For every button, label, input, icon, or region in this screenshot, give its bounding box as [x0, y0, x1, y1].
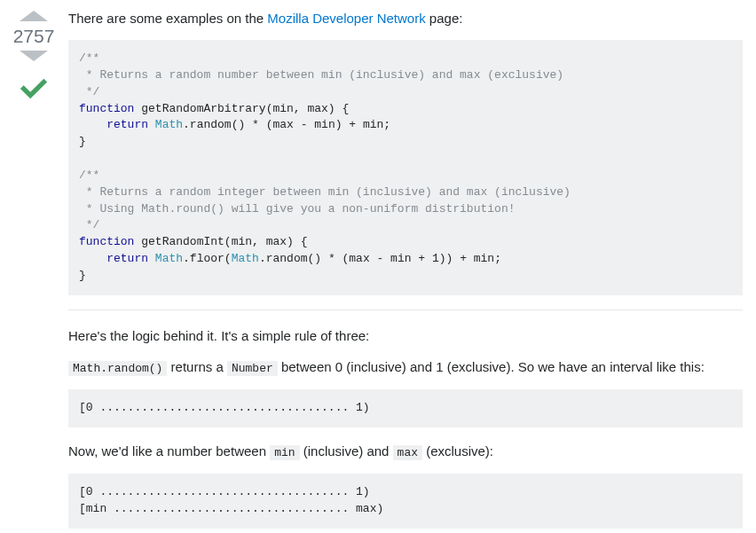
code-text: } [79, 269, 86, 282]
comment: */ [79, 85, 99, 98]
comment: * Returns a random number between min (i… [79, 68, 563, 82]
text: (exclusive): [422, 443, 493, 459]
text: between 0 (inclusive) and 1 (exclusive).… [278, 359, 705, 374]
mdn-link[interactable]: Mozilla Developer Network [267, 11, 425, 26]
type: Math [155, 252, 183, 265]
text: Now, we'd like a number between [68, 443, 270, 459]
intro-paragraph: There are some examples on the Mozilla D… [68, 9, 743, 27]
answer-body: There are some examples on the Mozilla D… [68, 9, 743, 533]
downvote-icon[interactable] [20, 51, 48, 61]
text: returns a [167, 359, 227, 374]
inline-code: Number [227, 361, 278, 376]
keyword: return [106, 118, 148, 131]
code-text: } [79, 135, 86, 148]
code-text: getRandomArbitrary(min, max) { [134, 102, 349, 115]
comment: * Returns a random integer between min (… [79, 185, 571, 199]
type: Math [155, 118, 183, 131]
comment: */ [79, 218, 99, 231]
vote-score: 2757 [13, 27, 55, 45]
code-text: .random() * (max - min) + min; [183, 118, 390, 131]
paragraph-3: Now, we'd like a number between min (inc… [68, 442, 743, 461]
type: Math [232, 252, 259, 265]
code-text: .random() * (max - min + 1)) + min; [259, 252, 501, 265]
text: page: [426, 11, 463, 26]
logic-intro: Here's the logic behind it. It's a simpl… [68, 326, 743, 345]
upvote-icon[interactable] [20, 11, 48, 21]
keyword: function [79, 102, 134, 115]
interval-block-2: [0 .................................... … [68, 474, 743, 529]
text: There are some examples on the [68, 11, 267, 26]
comment: /** [79, 51, 99, 65]
keyword: return [106, 252, 148, 265]
keyword: function [79, 235, 134, 248]
paragraph-2: Math.random() returns a Number between 0… [68, 357, 743, 377]
inline-code: Math.random() [68, 361, 167, 376]
inline-code: max [393, 445, 422, 460]
divider [68, 310, 743, 310]
inline-code: min [270, 445, 299, 460]
comment: /** [79, 169, 99, 182]
text: (inclusive) and [300, 443, 393, 459]
comment: * Using Math.round() will give you a non… [79, 202, 515, 216]
code-text: getRandomInt(min, max) { [134, 235, 307, 248]
accepted-checkmark-icon[interactable] [19, 74, 49, 104]
interval-block-1: [0 .................................... … [68, 389, 743, 427]
vote-column: 2757 [13, 9, 54, 533]
answer-post: 2757 There are some examples on the Mozi… [13, 9, 743, 533]
code-text: .floor( [183, 252, 232, 265]
code-block-1: /** * Returns a random number between mi… [68, 40, 743, 295]
